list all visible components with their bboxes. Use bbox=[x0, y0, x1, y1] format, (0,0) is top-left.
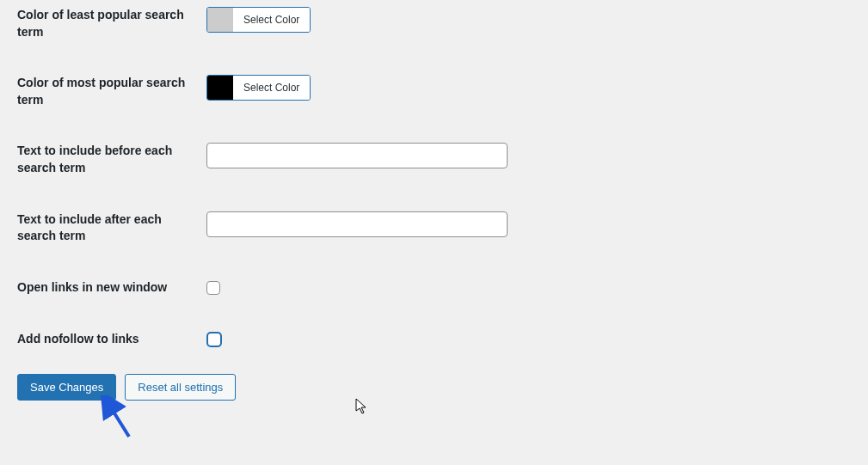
text-after-input[interactable] bbox=[206, 211, 508, 237]
color-picker-most[interactable]: Select Color bbox=[206, 75, 311, 101]
open-new-window-checkbox[interactable] bbox=[206, 281, 220, 295]
select-color-most-button[interactable]: Select Color bbox=[233, 76, 310, 100]
row-text-after: Text to include after each search term bbox=[0, 203, 868, 254]
label-color-least: Color of least popular search term bbox=[17, 7, 206, 40]
field-text-before bbox=[206, 143, 868, 168]
color-swatch-most bbox=[207, 76, 233, 100]
label-open-new-window: Open links in new window bbox=[17, 279, 206, 297]
row-open-new-window: Open links in new window bbox=[0, 271, 868, 305]
form-buttons: Save Changes Reset all settings bbox=[0, 374, 868, 401]
label-add-nofollow: Add nofollow to links bbox=[17, 331, 206, 348]
field-color-most: Select Color bbox=[206, 75, 868, 102]
cursor-icon bbox=[355, 398, 369, 415]
label-text-before: Text to include before each search term bbox=[17, 143, 206, 176]
save-changes-button[interactable]: Save Changes bbox=[17, 374, 116, 401]
settings-form: Color of least popular search term Selec… bbox=[0, 0, 868, 401]
select-color-least-button[interactable]: Select Color bbox=[233, 8, 310, 32]
field-open-new-window bbox=[206, 279, 868, 297]
text-before-input[interactable] bbox=[206, 143, 508, 168]
row-text-before: Text to include before each search term bbox=[0, 134, 868, 185]
row-add-nofollow: Add nofollow to links bbox=[0, 322, 868, 357]
label-text-after: Text to include after each search term bbox=[17, 211, 206, 245]
arrow-annotation-icon bbox=[99, 395, 142, 443]
field-color-least: Select Color bbox=[206, 7, 868, 34]
color-swatch-least bbox=[207, 8, 233, 32]
add-nofollow-checkbox[interactable] bbox=[206, 332, 222, 347]
color-picker-least[interactable]: Select Color bbox=[206, 7, 311, 33]
label-color-most: Color of most popular search term bbox=[17, 75, 206, 108]
row-color-least: Color of least popular search term Selec… bbox=[0, 0, 868, 49]
reset-settings-button[interactable]: Reset all settings bbox=[125, 374, 236, 401]
field-add-nofollow bbox=[206, 331, 868, 348]
row-color-most: Color of most popular search term Select… bbox=[0, 66, 868, 117]
svg-line-1 bbox=[108, 402, 129, 437]
field-text-after bbox=[206, 211, 868, 237]
